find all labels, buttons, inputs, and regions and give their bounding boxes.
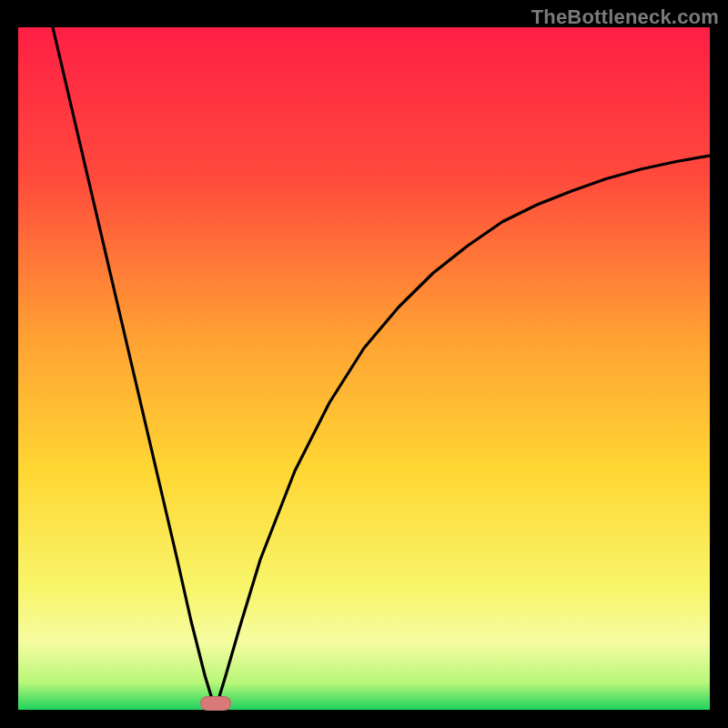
watermark-text: TheBottleneck.com	[531, 5, 719, 29]
chart-svg	[18, 27, 710, 710]
vertex-marker	[200, 696, 231, 711]
plot-area	[18, 27, 710, 710]
gradient-background	[18, 27, 710, 710]
chart-frame: TheBottleneck.com	[0, 0, 728, 728]
